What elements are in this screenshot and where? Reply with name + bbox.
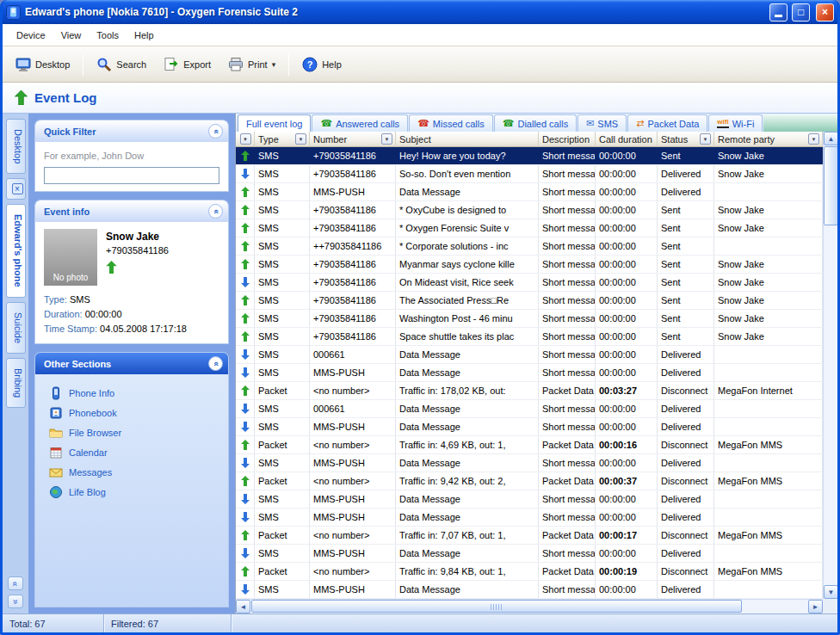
tab-label: SMS [597,119,618,129]
cell-duration: 00:00:37 [596,472,658,490]
vertical-scroll-thumb[interactable] [824,146,837,225]
side-tab-close[interactable]: × [6,178,26,200]
table-row[interactable]: Packet <no number> Traffic in: 178,02 KB… [236,382,823,400]
menu-view[interactable]: View [54,28,89,43]
scroll-up-button[interactable]: ▲ [824,132,837,145]
table-row[interactable]: SMS +79035841186 The Associated Press□Re… [236,292,823,310]
column-header-description[interactable]: Description [539,132,596,147]
table-row[interactable]: SMS +79035841186 Hey! How are you today?… [236,147,823,165]
tab-packet-data[interactable]: ⇄ Packet Data [627,114,707,132]
filter-dropdown-icon[interactable]: ▼ [295,133,306,145]
column-header-call-duration[interactable]: Call duration [596,132,658,147]
collapse-button[interactable]: « [208,356,223,371]
collapse-button[interactable]: « [208,124,223,139]
table-row[interactable]: SMS 000661 Data Message Short messa 00:0… [236,346,823,364]
close-button[interactable]: × [816,3,834,22]
column-header-subject[interactable]: Subject [396,132,539,147]
side-tab-edwards-phone[interactable]: Edward's phone [6,204,26,298]
cell-type: SMS [255,454,310,472]
table-row[interactable]: SMS +79035841186 * Oxygen Forensic Suite… [236,219,823,237]
column-header-type[interactable]: Type ▼ [255,132,310,147]
section-calendar[interactable]: Calendar [42,442,221,462]
side-tab-suicide[interactable]: Suicide [6,302,26,354]
table-row[interactable]: SMS MMS-PUSH Data Message Short messa 00… [236,581,823,599]
table-row[interactable]: SMS +79035841186 So-so. Don't even menti… [236,165,823,183]
missed-call-icon: ☎ [417,119,429,128]
filter-dropdown-icon[interactable]: ▼ [240,133,251,145]
search-button[interactable]: Search [89,52,154,77]
table-row[interactable]: SMS +79035841186 Space shuttle takes its… [236,328,823,346]
column-header-remote-party[interactable]: Remote party ▼ [714,132,823,147]
section-messages[interactable]: Messages [42,462,221,482]
side-tab-desktop[interactable]: Desktop [6,119,26,174]
section-file-browser[interactable]: File Browser [42,422,221,442]
cell-remote [714,581,823,598]
maximize-button[interactable]: □ [792,3,810,22]
horizontal-scroll-track[interactable] [250,600,808,613]
section-phonebook[interactable]: Phonebook [42,403,221,422]
vertical-scroll-track[interactable] [824,145,837,585]
table-row[interactable]: SMS MMS-PUSH Data Message Short messa 00… [236,183,823,201]
table-row[interactable]: SMS MMS-PUSH Data Message Short messa 00… [236,545,823,563]
print-button[interactable]: Print ▾ [220,52,283,77]
cell-subject: Space shuttle takes its plac [396,328,539,345]
section-life-blog[interactable]: Life Blog [42,482,221,502]
tab-missed-calls[interactable]: ☎ Missed calls [409,114,493,132]
tab-sms[interactable]: ✉ SMS [578,114,627,132]
menu-help[interactable]: Help [127,28,161,43]
column-header-number[interactable]: Number ▼ [310,132,396,147]
help-button[interactable]: ? Help [294,52,349,77]
tab-scroll-up-button[interactable]: « [8,576,23,590]
scroll-left-button[interactable]: ◄ [236,600,250,613]
column-header-direction[interactable]: ▼ [236,132,255,147]
cell-subject: * OxyCube is designed to [396,201,539,219]
tab-dialled-calls[interactable]: ☎ Dialled calls [494,114,577,132]
print-dropdown-icon[interactable]: ▾ [272,60,276,69]
direction-arrow-icon [241,313,250,324]
table-row[interactable]: SMS 000661 Data Message Short messa 00:0… [236,400,823,418]
filter-dropdown-icon[interactable]: ▼ [381,133,392,145]
desktop-button[interactable]: Desktop [8,52,77,77]
horizontal-scrollbar[interactable]: ◄ ► [236,599,823,613]
vertical-scrollbar[interactable]: ▲ ▼ [823,132,837,599]
section-phone-info[interactable]: Phone Info [42,383,221,403]
export-button[interactable]: Export [156,52,219,77]
table-row[interactable]: SMS +79035841186 Myanmar says cyclone ki… [236,256,823,274]
table-row[interactable]: SMS MMS-PUSH Data Message Short messa 00… [236,364,823,382]
tab-scroll-down-button[interactable]: « [8,595,23,608]
filter-dropdown-icon[interactable]: ▼ [700,133,711,145]
table-row[interactable]: Packet <no number> Traffic in: 7,07 KB, … [236,527,823,545]
menu-tools[interactable]: Tools [90,28,126,43]
table-row[interactable]: SMS MMS-PUSH Data Message Short messa 00… [236,418,823,436]
table-row[interactable]: SMS +79035841186 * OxyCube is designed t… [236,201,823,219]
table-row[interactable]: Packet <no number> Traffic in: 4,69 KB, … [236,436,823,454]
table-row[interactable]: SMS MMS-PUSH Data Message Short messa 00… [236,454,823,472]
table-row[interactable]: Packet <no number> Traffic in: 9,42 KB, … [236,472,823,490]
filter-dropdown-icon[interactable]: ▼ [808,133,819,145]
direction-cell [236,364,255,381]
table-row[interactable]: SMS ++79035841186 * Corporate solutions … [236,237,823,256]
table-row[interactable]: Packet <no number> Traffic in: 9,84 KB, … [236,563,823,581]
minimize-button[interactable] [769,3,788,22]
cell-remote: Snow Jake [714,147,823,164]
horizontal-scroll-thumb[interactable] [251,600,742,613]
table-row[interactable]: SMS MMS-PUSH Data Message Short messa 00… [236,509,823,527]
title-bar[interactable]: Edward's phone [Nokia 7610] - Oxygen For… [3,0,837,24]
scroll-down-button[interactable]: ▼ [824,585,837,599]
table-row[interactable]: SMS MMS-PUSH Data Message Short messa 00… [236,490,823,509]
table-row[interactable]: SMS +79035841186 On Mideast visit, Rice … [236,274,823,292]
menu-device[interactable]: Device [9,28,52,43]
cell-status: Delivered [658,490,714,508]
window-frame: Device View Tools Help Desktop [3,24,837,632]
tab-full-event-log[interactable]: Full event log [238,114,311,132]
cell-duration: 00:00:00 [596,310,658,327]
quick-filter-input[interactable] [44,167,219,184]
column-header-status[interactable]: Status ▼ [658,132,714,147]
tab-wifi[interactable]: wifi Wi-Fi [708,114,763,132]
scroll-right-button[interactable]: ► [808,600,823,613]
collapse-button[interactable]: « [208,204,223,219]
side-tab-bribing[interactable]: Bribing [6,358,26,408]
tab-answered-calls[interactable]: ☎ Answered calls [312,114,408,132]
table-row[interactable]: SMS +79035841186 Washington Post - 46 mi… [236,310,823,328]
cell-number: MMS-PUSH [310,545,396,562]
